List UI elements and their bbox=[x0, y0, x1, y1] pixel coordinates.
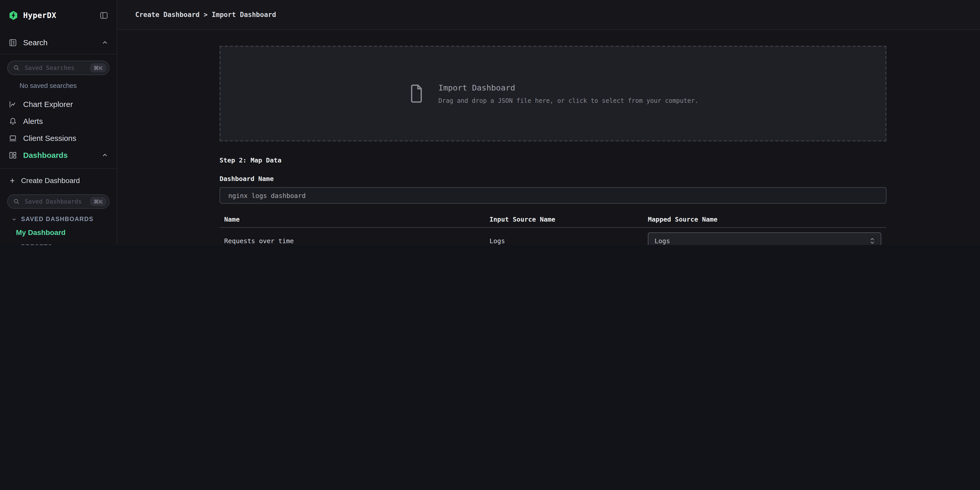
breadcrumb: Create Dashboard > Import Dashboard bbox=[135, 11, 276, 19]
sidebar-item-alerts[interactable]: Alerts bbox=[0, 113, 117, 130]
saved-dashboards-field[interactable] bbox=[24, 197, 86, 206]
step-label: Step 2: Map Data bbox=[220, 156, 886, 164]
no-saved-searches-text: No saved searches bbox=[19, 82, 117, 89]
mapped-source-select[interactable]: Logs bbox=[648, 232, 881, 245]
logs-icon bbox=[8, 38, 18, 47]
bell-icon bbox=[8, 116, 18, 126]
main-content: Create Dashboard > Import Dashboard Impo… bbox=[117, 0, 980, 245]
search-icon bbox=[13, 64, 20, 72]
dropzone-subtitle: Drag and drop a JSON file here, or click… bbox=[438, 97, 698, 104]
nav-label: Client Sessions bbox=[23, 134, 76, 142]
file-icon bbox=[407, 83, 425, 104]
laptop-icon bbox=[8, 134, 18, 143]
collapse-sidebar-icon[interactable] bbox=[99, 11, 108, 20]
saved-searches-input[interactable]: ⌘K bbox=[7, 60, 110, 75]
search-icon bbox=[13, 198, 20, 205]
dropzone-texts: Import Dashboard Drag and drop a JSON fi… bbox=[438, 83, 698, 104]
table-header-row: Name Input Source Name Mapped Source Nam… bbox=[220, 211, 886, 228]
section-saved-dashboards[interactable]: SAVED DASHBOARDS bbox=[11, 216, 117, 222]
sidebar-item-search[interactable]: Search bbox=[0, 31, 117, 54]
section-label: SAVED DASHBOARDS bbox=[21, 216, 94, 222]
create-dashboard-label: Create Dashboard bbox=[21, 177, 80, 185]
row-name: Requests over time bbox=[224, 237, 490, 245]
dashboard-name-input[interactable] bbox=[220, 187, 886, 204]
selected-option: Logs bbox=[654, 237, 670, 245]
column-header-mapped-source: Mapped Source Name bbox=[648, 215, 886, 223]
dashboards-icon bbox=[8, 150, 18, 160]
row-input-source: Logs bbox=[490, 237, 648, 245]
chevron-down-icon bbox=[11, 244, 17, 245]
sidebar-item-client-sessions[interactable]: Client Sessions bbox=[0, 130, 117, 146]
shortcut-badge: ⌘K bbox=[90, 197, 107, 206]
search-section-label: Search bbox=[23, 38, 48, 47]
section-presets[interactable]: PRESETS bbox=[11, 244, 117, 245]
chevron-down-icon bbox=[11, 216, 17, 222]
saved-dashboards-input[interactable]: ⌘K bbox=[7, 194, 110, 209]
chart-icon bbox=[8, 100, 18, 109]
create-dashboard-button[interactable]: + Create Dashboard bbox=[0, 169, 117, 192]
import-dashboard-page: Import Dashboard Drag and drop a JSON fi… bbox=[117, 46, 980, 245]
logo[interactable]: HyperDX bbox=[0, 0, 117, 31]
chevron-up-icon[interactable] bbox=[101, 39, 108, 46]
hyperdx-logo-icon bbox=[8, 10, 19, 21]
nav-label: Alerts bbox=[23, 117, 43, 126]
section-label: PRESETS bbox=[21, 244, 52, 245]
dashboard-name-label: Dashboard Name bbox=[220, 175, 886, 183]
app-name: HyperDX bbox=[23, 11, 56, 20]
nav-label: Dashboards bbox=[23, 151, 68, 159]
column-header-input-source: Input Source Name bbox=[490, 215, 648, 223]
column-header-name: Name bbox=[224, 215, 490, 223]
json-file-dropzone[interactable]: Import Dashboard Drag and drop a JSON fi… bbox=[220, 46, 886, 142]
chevron-up-icon[interactable] bbox=[101, 151, 108, 159]
table-row: Requests over time Logs Logs bbox=[220, 228, 886, 245]
plus-icon: + bbox=[10, 176, 15, 185]
sidebar-item-dashboards[interactable]: Dashboards bbox=[0, 146, 117, 164]
sidebar-item-my-dashboard[interactable]: My Dashboard bbox=[16, 228, 117, 237]
sidebar-nav: Chart Explorer Alerts Client Sessions Da… bbox=[0, 95, 117, 164]
saved-searches-field[interactable] bbox=[24, 64, 86, 72]
select-chevrons-icon bbox=[869, 237, 876, 245]
hyperdx-app: HyperDX Search ⌘ bbox=[0, 0, 980, 245]
topbar: Create Dashboard > Import Dashboard bbox=[117, 0, 980, 30]
sidebar-item-chart-explorer[interactable]: Chart Explorer bbox=[0, 95, 117, 113]
nav-label: Chart Explorer bbox=[23, 100, 73, 108]
sidebar: HyperDX Search ⌘ bbox=[0, 0, 117, 245]
dropzone-title: Import Dashboard bbox=[438, 83, 698, 92]
shortcut-badge: ⌘K bbox=[90, 63, 107, 73]
mapping-table: Name Input Source Name Mapped Source Nam… bbox=[220, 211, 886, 245]
